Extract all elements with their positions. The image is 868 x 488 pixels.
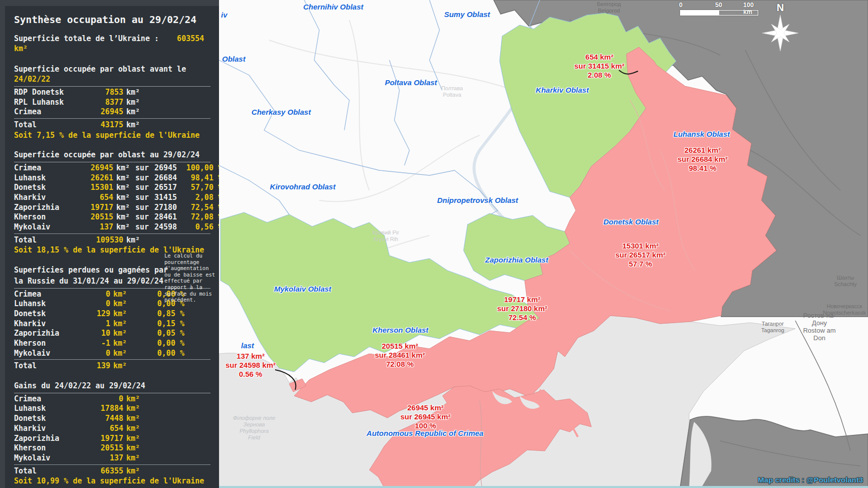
oblast-total-area: 31415 — [154, 193, 182, 203]
scale-bar-rule — [680, 10, 758, 16]
section-gains: Gains du 24/02/22 au 29/02/24 Crimea 0 k… — [14, 381, 214, 486]
delta-value: 1 — [81, 319, 110, 329]
gain-value: 137 — [92, 453, 123, 463]
delta-percent: 0,05 % — [136, 329, 184, 339]
area-unit: km² — [113, 319, 133, 329]
total-value: 109530 — [92, 235, 123, 246]
oblast-total-area: 26517 — [154, 183, 182, 193]
table-row: Kherson 20515 km² — [14, 443, 214, 453]
oblast-total-area: 26945 — [154, 163, 182, 173]
sur-word: sur — [135, 193, 151, 203]
total-label: Total — [14, 120, 89, 130]
oblast-name: Mykolaiv — [14, 222, 80, 232]
gain-value: 0 — [92, 394, 123, 404]
table-row: Crimea 0 km² — [14, 394, 214, 404]
section-occupied-before: Superficie occupée par oblast avant le 2… — [14, 65, 214, 140]
delta-value: 10 — [81, 329, 110, 339]
delta-value: 0 — [81, 290, 110, 300]
occupied-area: 654 — [83, 193, 113, 203]
label-kyiv-oblast-partial: Oblast — [222, 55, 246, 63]
area-unit: km² — [116, 163, 132, 173]
total-unit: km² — [126, 120, 214, 130]
oblast-name: Donetsk — [14, 183, 80, 193]
table-row: Zaporizhia 19717 km² — [14, 434, 214, 444]
map-canvas: Chernihiv Oblast Sumy Oblast Poltava Obl… — [219, 0, 868, 488]
area-unit: km² — [126, 443, 214, 453]
table-row: Mykolaiv 0 km² 0,00 % — [14, 349, 214, 359]
delta-percent: 0,85 % — [136, 309, 184, 319]
delta-percent: 0,15 % — [136, 319, 184, 329]
compass-rose-icon: N — [759, 2, 801, 54]
label-dnipropetrovsk-oblast: Dnipropetrovsk Oblast — [437, 196, 518, 204]
map-bottom-edge — [219, 486, 868, 488]
oblast-total-area: 28461 — [154, 212, 182, 222]
area-unit: km² — [126, 424, 214, 434]
total-value: 43175 — [92, 120, 123, 130]
area-unit: km² — [113, 309, 133, 319]
summary-line: Soit 10,99 % de la superficie de l'Ukrai… — [14, 476, 214, 486]
gain-value: 20515 — [92, 443, 123, 453]
app-window: Synthèse occupation au 29/02/24 Superfic… — [0, 0, 868, 488]
divider — [14, 359, 210, 360]
label-sumy-oblast: Sumy Oblast — [444, 10, 490, 19]
area-unit: km² — [126, 107, 214, 117]
sur-word: sur — [135, 173, 151, 183]
occupied-percent: 0,56 % — [185, 222, 223, 232]
area-unit: km² — [116, 222, 132, 232]
oblast-name: Crimea — [14, 163, 80, 173]
delta-percent: 0,00 % — [136, 349, 184, 359]
annotation-zaporizhia: 19717 km²sur 27180 km²72.54 % — [497, 295, 547, 322]
label-luhansk-oblast: Luhansk Oblast — [674, 130, 730, 138]
sur-word: sur — [135, 183, 151, 193]
total-unit: km² — [113, 361, 133, 371]
oblast-total-area: 24598 — [154, 222, 182, 232]
total-label: Total — [14, 361, 78, 371]
percentage-calculation-note: Le calcul du pourcentage d'augmentation … — [164, 253, 216, 303]
scale-tick-0: 0 — [679, 2, 683, 9]
area-unit: km² — [126, 98, 214, 108]
area-unit: km² — [126, 394, 214, 404]
area-unit: km² — [113, 349, 133, 359]
annotation-kharkiv: 654 km²sur 31415 km²2.08 % — [574, 53, 624, 80]
table-row: Kherson 20515 km² sur 28461 72,08 % — [14, 212, 214, 222]
total-row: Total 109530 km² — [14, 235, 214, 246]
total-value: 139 — [81, 361, 110, 371]
table-row: Zaporizhia 19717 km² sur 27180 72,54 % — [14, 203, 214, 213]
table-row: Donetsk 7448 km² — [14, 414, 214, 424]
delta-percent: 0,00 % — [136, 339, 184, 349]
delta-value: -1 — [81, 339, 110, 349]
oblast-name: Kharkiv — [14, 193, 80, 203]
total-area-label: Superficie totale de l’Ukraine : — [14, 34, 159, 43]
gain-value: 17884 — [92, 404, 123, 414]
oblast-name: Kharkiv — [14, 319, 78, 329]
area-unit: km² — [126, 414, 214, 424]
label-taganrog-city: ТаганрогTaganrog — [761, 321, 784, 334]
area-value: 7853 — [92, 88, 123, 98]
label-kirovohrad-oblast: Kirovohrad Oblast — [270, 182, 336, 191]
oblast-name: Crimea — [14, 107, 89, 117]
total-unit: km² — [126, 466, 214, 476]
label-poltava-city: ПолтаваPoltava — [441, 85, 463, 98]
oblast-name: Kharkiv — [14, 424, 89, 434]
oblast-name: RPL Luhansk — [14, 98, 89, 108]
label-chernihiv-oblast: Chernihiv Oblast — [303, 3, 363, 11]
section-occupied-current: Superficie occupée par oblast au 29/02/2… — [14, 150, 214, 256]
section-title: Superficie occupée par oblast au 29/02/2… — [14, 150, 210, 162]
area-unit: km² — [126, 404, 214, 414]
oblast-name: Kherson — [14, 443, 89, 453]
sur-word: sur — [135, 203, 151, 213]
table-row: Kherson -1 km² 0,00 % — [14, 339, 214, 349]
oblast-name: Donetsk — [14, 309, 78, 319]
area-value: 8377 — [92, 98, 123, 108]
label-donetsk-oblast: Donetsk Oblast — [603, 217, 659, 226]
area-unit: km² — [113, 299, 133, 309]
occupied-percent: 72,08 % — [185, 212, 223, 222]
label-mykolaiv-oblast: Mykolaiv Oblast — [274, 285, 331, 293]
oblast-name: Donetsk — [14, 414, 89, 424]
table-row: Mykolaiv 137 km² — [14, 453, 214, 463]
delta-value: 129 — [81, 309, 110, 319]
annotation-luhansk: 26261 km²sur 26684 km²98.41 % — [678, 146, 728, 173]
annotation-crimea: 26945 km²sur 26945 km²100 % — [400, 403, 451, 430]
total-row: Total 139 km² — [14, 361, 214, 371]
label-zaporizhia-oblast: Zaporizhia Oblast — [485, 256, 548, 264]
